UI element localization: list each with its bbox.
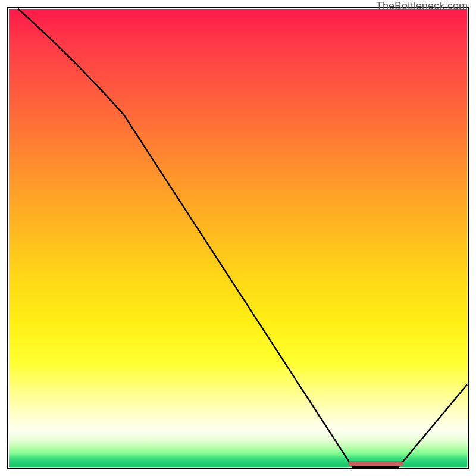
chart-gradient-background [9,9,467,467]
bottleneck-chart: TheBottleneck.com [0,0,476,476]
optimal-range-marker [348,461,403,466]
watermark-text: TheBottleneck.com [376,0,468,12]
